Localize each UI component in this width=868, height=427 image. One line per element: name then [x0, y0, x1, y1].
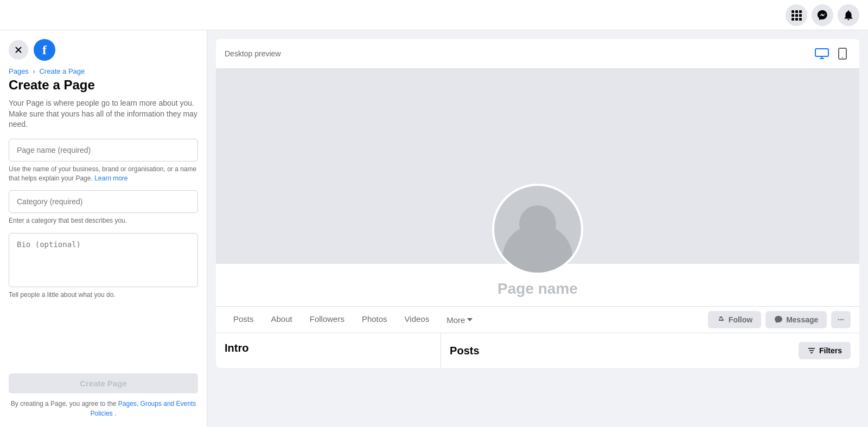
preview-title: Desktop preview [225, 49, 281, 58]
learn-more-link[interactable]: Learn more [94, 174, 127, 182]
intro-section: Intro [216, 333, 441, 368]
profile-avatar-container [492, 184, 583, 275]
page-title: Create a Page [9, 77, 198, 93]
page-name-input[interactable] [9, 139, 198, 161]
tab-photos[interactable]: Photos [353, 308, 396, 332]
tab-more[interactable]: More [438, 309, 481, 331]
topbar-icons [786, 4, 859, 26]
intro-title: Intro [225, 342, 248, 354]
preview-device-icons [814, 46, 851, 62]
terms-text: By creating a Page, you agree to the Pag… [9, 399, 198, 418]
facebook-logo: f [34, 39, 55, 61]
page-content: Intro Posts Filters [216, 333, 859, 368]
page-nav-actions: Follow Message ··· [708, 307, 851, 333]
more-actions-button[interactable]: ··· [831, 311, 851, 328]
page-description: Your Page is where people go to learn mo… [9, 98, 198, 130]
close-fb-row: f [9, 39, 198, 61]
tab-about[interactable]: About [263, 308, 301, 332]
breadcrumb-arrow: › [33, 67, 35, 75]
main-layout: f Pages › Create a Page Create a Page Yo… [0, 30, 868, 427]
category-input[interactable] [9, 190, 198, 213]
filters-button[interactable]: Filters [799, 342, 851, 359]
svg-rect-8 [799, 18, 802, 21]
svg-rect-4 [795, 14, 798, 17]
preview-card: Desktop preview [216, 39, 859, 368]
page-nav-tabs: Posts About Followers Photos Videos [225, 308, 708, 332]
pages-policy-link[interactable]: Pages, [118, 400, 138, 407]
create-page-button[interactable]: Create Page [9, 373, 198, 393]
svg-rect-5 [799, 14, 802, 17]
page-name-hint: Use the name of your business, brand or … [9, 165, 198, 183]
message-button[interactable]: Message [765, 311, 827, 328]
cover-photo [216, 69, 859, 264]
breadcrumb-current: Create a Page [39, 67, 85, 75]
tab-posts[interactable]: Posts [225, 308, 263, 332]
notifications-icon[interactable] [838, 4, 859, 26]
desktop-view-icon[interactable] [814, 46, 830, 62]
breadcrumb: Pages › Create a Page [9, 67, 198, 75]
tab-followers[interactable]: Followers [301, 308, 353, 332]
svg-point-13 [842, 57, 843, 58]
svg-rect-2 [799, 10, 802, 13]
svg-rect-0 [792, 10, 794, 13]
svg-rect-6 [792, 18, 794, 21]
posts-section: Posts Filters [441, 333, 859, 368]
bio-hint: Tell people a little about what you do. [9, 290, 198, 300]
messenger-icon[interactable] [812, 4, 833, 26]
svg-rect-3 [792, 14, 794, 17]
profile-avatar [492, 184, 583, 275]
breadcrumb-pages-link[interactable]: Pages [9, 67, 29, 75]
close-button[interactable] [9, 40, 28, 60]
tab-videos[interactable]: Videos [396, 308, 438, 332]
svg-rect-9 [815, 49, 828, 56]
create-page-sidebar: f Pages › Create a Page Create a Page Yo… [0, 30, 207, 427]
bio-input[interactable] [9, 233, 198, 287]
preview-panel: Desktop preview [207, 30, 868, 427]
avatar-body [502, 224, 573, 273]
preview-header: Desktop preview [216, 39, 859, 69]
grid-menu-icon[interactable] [786, 4, 807, 26]
follow-button[interactable]: Follow [708, 311, 761, 328]
posts-header: Posts Filters [450, 342, 851, 359]
category-hint: Enter a category that best describes you… [9, 216, 198, 225]
more-chevron-icon [467, 318, 473, 321]
top-navigation-bar [0, 0, 868, 30]
svg-rect-7 [795, 18, 798, 21]
posts-title: Posts [450, 345, 479, 357]
mobile-view-icon[interactable] [834, 46, 851, 62]
svg-rect-1 [795, 10, 798, 13]
page-navigation: Posts About Followers Photos Videos [216, 306, 859, 333]
